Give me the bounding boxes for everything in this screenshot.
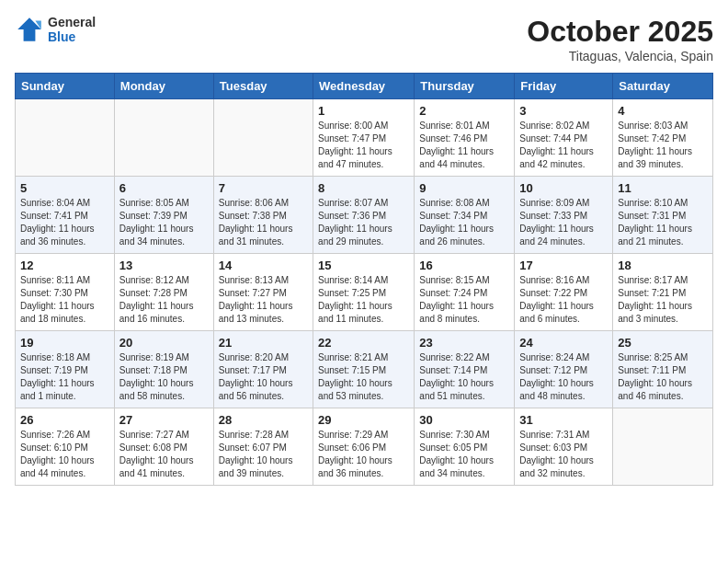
calendar-cell: 6Sunrise: 8:05 AM Sunset: 7:39 PM Daylig…: [114, 177, 213, 254]
day-number: 28: [219, 413, 308, 427]
weekday-header-saturday: Saturday: [613, 74, 713, 99]
calendar-cell: 8Sunrise: 8:07 AM Sunset: 7:36 PM Daylig…: [313, 177, 415, 254]
logo-text: General Blue: [48, 15, 96, 44]
calendar-table: SundayMondayTuesdayWednesdayThursdayFrid…: [15, 73, 713, 486]
calendar-cell: 4Sunrise: 8:03 AM Sunset: 7:42 PM Daylig…: [613, 99, 713, 177]
weekday-header-monday: Monday: [114, 74, 213, 99]
day-info: Sunrise: 8:21 AM Sunset: 7:15 PM Dayligh…: [318, 351, 409, 403]
day-info: Sunrise: 8:09 AM Sunset: 7:33 PM Dayligh…: [519, 197, 608, 248]
title-block: October 2025 Titaguas, Valencia, Spain: [527, 15, 713, 63]
day-number: 7: [219, 181, 308, 195]
day-number: 14: [219, 259, 308, 272]
location: Titaguas, Valencia, Spain: [527, 49, 713, 63]
day-info: Sunrise: 8:19 AM Sunset: 7:18 PM Dayligh…: [119, 351, 209, 403]
day-number: 24: [519, 336, 608, 350]
day-info: Sunrise: 8:17 AM Sunset: 7:21 PM Dayligh…: [618, 274, 708, 326]
week-row-3: 12Sunrise: 8:11 AM Sunset: 7:30 PM Dayli…: [16, 254, 713, 331]
day-info: Sunrise: 8:13 AM Sunset: 7:27 PM Dayligh…: [219, 274, 308, 326]
day-number: 17: [519, 259, 608, 272]
calendar-cell: [213, 99, 313, 177]
day-info: Sunrise: 8:03 AM Sunset: 7:42 PM Dayligh…: [618, 120, 708, 171]
day-number: 15: [318, 259, 409, 272]
day-info: Sunrise: 7:29 AM Sunset: 6:06 PM Dayligh…: [318, 429, 409, 480]
calendar-cell: 13Sunrise: 8:12 AM Sunset: 7:28 PM Dayli…: [114, 254, 213, 331]
weekday-header-friday: Friday: [515, 74, 613, 99]
calendar-cell: 24Sunrise: 8:24 AM Sunset: 7:12 PM Dayli…: [515, 331, 613, 408]
calendar-cell: 19Sunrise: 8:18 AM Sunset: 7:19 PM Dayli…: [16, 331, 115, 408]
day-number: 2: [419, 104, 509, 118]
day-info: Sunrise: 8:14 AM Sunset: 7:25 PM Dayligh…: [318, 274, 409, 326]
calendar-cell: 5Sunrise: 8:04 AM Sunset: 7:41 PM Daylig…: [16, 177, 115, 254]
weekday-header-row: SundayMondayTuesdayWednesdayThursdayFrid…: [16, 74, 713, 99]
day-number: 27: [119, 413, 209, 427]
calendar-cell: [16, 99, 115, 177]
week-row-2: 5Sunrise: 8:04 AM Sunset: 7:41 PM Daylig…: [16, 177, 713, 254]
calendar-cell: 15Sunrise: 8:14 AM Sunset: 7:25 PM Dayli…: [313, 254, 415, 331]
weekday-header-wednesday: Wednesday: [313, 74, 415, 99]
day-number: 10: [519, 181, 608, 195]
logo-blue-text: Blue: [48, 29, 96, 44]
calendar-cell: 10Sunrise: 8:09 AM Sunset: 7:33 PM Dayli…: [515, 177, 613, 254]
day-number: 4: [618, 104, 708, 118]
page-header: General Blue October 2025 Titaguas, Vale…: [15, 15, 713, 63]
day-info: Sunrise: 8:06 AM Sunset: 7:38 PM Dayligh…: [219, 197, 308, 248]
calendar-cell: 30Sunrise: 7:30 AM Sunset: 6:05 PM Dayli…: [415, 408, 515, 486]
day-info: Sunrise: 8:25 AM Sunset: 7:11 PM Dayligh…: [618, 351, 708, 403]
calendar-cell: 31Sunrise: 7:31 AM Sunset: 6:03 PM Dayli…: [515, 408, 613, 486]
day-number: 5: [20, 181, 109, 195]
day-info: Sunrise: 7:27 AM Sunset: 6:08 PM Dayligh…: [119, 429, 209, 480]
calendar-cell: 11Sunrise: 8:10 AM Sunset: 7:31 PM Dayli…: [613, 177, 713, 254]
day-info: Sunrise: 7:30 AM Sunset: 6:05 PM Dayligh…: [419, 429, 509, 480]
calendar-cell: 17Sunrise: 8:16 AM Sunset: 7:22 PM Dayli…: [515, 254, 613, 331]
day-info: Sunrise: 8:11 AM Sunset: 7:30 PM Dayligh…: [20, 274, 109, 326]
day-info: Sunrise: 8:22 AM Sunset: 7:14 PM Dayligh…: [419, 351, 509, 403]
day-number: 13: [119, 259, 209, 272]
day-number: 19: [20, 336, 109, 350]
day-number: 22: [318, 336, 409, 350]
calendar-cell: 7Sunrise: 8:06 AM Sunset: 7:38 PM Daylig…: [213, 177, 313, 254]
day-info: Sunrise: 8:15 AM Sunset: 7:24 PM Dayligh…: [419, 274, 509, 326]
day-info: Sunrise: 8:12 AM Sunset: 7:28 PM Dayligh…: [119, 274, 209, 326]
day-info: Sunrise: 8:00 AM Sunset: 7:47 PM Dayligh…: [318, 120, 409, 171]
logo-icon: [15, 15, 44, 44]
day-number: 29: [318, 413, 409, 427]
logo: General Blue: [15, 15, 96, 44]
calendar-cell: 25Sunrise: 8:25 AM Sunset: 7:11 PM Dayli…: [613, 331, 713, 408]
day-info: Sunrise: 7:31 AM Sunset: 6:03 PM Dayligh…: [519, 429, 608, 480]
weekday-header-thursday: Thursday: [415, 74, 515, 99]
day-info: Sunrise: 8:20 AM Sunset: 7:17 PM Dayligh…: [219, 351, 308, 403]
calendar-header: SundayMondayTuesdayWednesdayThursdayFrid…: [16, 74, 713, 99]
day-info: Sunrise: 8:24 AM Sunset: 7:12 PM Dayligh…: [519, 351, 608, 403]
logo-general-text: General: [48, 15, 96, 29]
day-number: 26: [20, 413, 109, 427]
calendar-cell: 28Sunrise: 7:28 AM Sunset: 6:07 PM Dayli…: [213, 408, 313, 486]
calendar-cell: 26Sunrise: 7:26 AM Sunset: 6:10 PM Dayli…: [16, 408, 115, 486]
calendar-cell: 14Sunrise: 8:13 AM Sunset: 7:27 PM Dayli…: [213, 254, 313, 331]
day-number: 16: [419, 259, 509, 272]
calendar-cell: 29Sunrise: 7:29 AM Sunset: 6:06 PM Dayli…: [313, 408, 415, 486]
day-number: 9: [419, 181, 509, 195]
weekday-header-tuesday: Tuesday: [213, 74, 313, 99]
day-info: Sunrise: 7:26 AM Sunset: 6:10 PM Dayligh…: [20, 429, 109, 480]
calendar-cell: [114, 99, 213, 177]
calendar-cell: 21Sunrise: 8:20 AM Sunset: 7:17 PM Dayli…: [213, 331, 313, 408]
calendar-cell: 23Sunrise: 8:22 AM Sunset: 7:14 PM Dayli…: [415, 331, 515, 408]
day-info: Sunrise: 8:01 AM Sunset: 7:46 PM Dayligh…: [419, 120, 509, 171]
week-row-5: 26Sunrise: 7:26 AM Sunset: 6:10 PM Dayli…: [16, 408, 713, 486]
calendar-cell: 27Sunrise: 7:27 AM Sunset: 6:08 PM Dayli…: [114, 408, 213, 486]
weekday-header-sunday: Sunday: [16, 74, 115, 99]
day-info: Sunrise: 8:07 AM Sunset: 7:36 PM Dayligh…: [318, 197, 409, 248]
day-number: 25: [618, 336, 708, 350]
day-info: Sunrise: 7:28 AM Sunset: 6:07 PM Dayligh…: [219, 429, 308, 480]
week-row-4: 19Sunrise: 8:18 AM Sunset: 7:19 PM Dayli…: [16, 331, 713, 408]
day-number: 18: [618, 259, 708, 272]
day-number: 1: [318, 104, 409, 118]
day-number: 30: [419, 413, 509, 427]
calendar-cell: 12Sunrise: 8:11 AM Sunset: 7:30 PM Dayli…: [16, 254, 115, 331]
day-info: Sunrise: 8:05 AM Sunset: 7:39 PM Dayligh…: [119, 197, 209, 248]
day-number: 8: [318, 181, 409, 195]
day-number: 23: [419, 336, 509, 350]
calendar-cell: 3Sunrise: 8:02 AM Sunset: 7:44 PM Daylig…: [515, 99, 613, 177]
calendar-cell: 2Sunrise: 8:01 AM Sunset: 7:46 PM Daylig…: [415, 99, 515, 177]
day-number: 3: [519, 104, 608, 118]
